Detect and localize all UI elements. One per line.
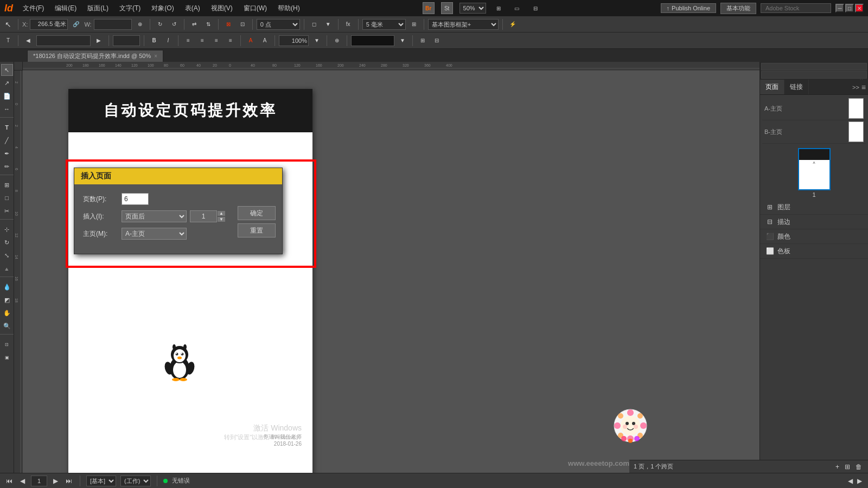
stroke-text-btn[interactable]: A bbox=[259, 35, 271, 47]
x-input[interactable] bbox=[30, 19, 68, 30]
spinner-down-button[interactable]: ▼ bbox=[217, 216, 226, 222]
flip-v-btn[interactable]: ⇅ bbox=[202, 18, 214, 30]
gap-tool-btn[interactable]: ↔ bbox=[1, 103, 13, 115]
view-options-button[interactable]: ⊞ bbox=[493, 2, 505, 14]
layers-panel-btn[interactable]: ⊞ 图层 bbox=[760, 200, 868, 215]
character-panel-tab[interactable]: 字符 bbox=[761, 63, 867, 70]
workspace-button[interactable]: 基本功能 bbox=[720, 3, 756, 14]
align-left-btn[interactable]: ≡ bbox=[182, 35, 194, 47]
align-center-btn[interactable]: ≡ bbox=[196, 35, 208, 47]
selection-tool-btn[interactable]: ↖ bbox=[1, 64, 13, 76]
spinner-up-button[interactable]: ▲ bbox=[217, 210, 226, 216]
scroll-right-btn[interactable]: ▶ bbox=[856, 477, 864, 485]
close-button[interactable]: ✕ bbox=[855, 4, 864, 12]
stroke-fill-btn[interactable]: ⊡ bbox=[1, 338, 13, 350]
mode-select[interactable]: (工作) bbox=[120, 476, 151, 486]
pencil-tool-btn[interactable]: ✏ bbox=[1, 160, 13, 172]
menu-help[interactable]: 帮助(H) bbox=[275, 3, 303, 14]
page-number-input[interactable] bbox=[190, 210, 217, 222]
menu-window[interactable]: 窗口(W) bbox=[240, 3, 270, 14]
effects-btn[interactable]: fx bbox=[342, 18, 354, 30]
links-tab[interactable]: 链接 bbox=[784, 80, 809, 94]
menu-view[interactable]: 视图(V) bbox=[208, 3, 236, 14]
menu-table[interactable]: 表(A) bbox=[182, 3, 203, 14]
shear-tool-btn[interactable]: ⟁ bbox=[1, 262, 13, 274]
hand-tool-btn[interactable]: ✋ bbox=[1, 307, 13, 319]
menu-file[interactable]: 文件(F) bbox=[20, 3, 47, 14]
lightning-btn[interactable]: ⚡ bbox=[507, 18, 519, 30]
zoom-select[interactable]: 50% bbox=[459, 3, 486, 14]
swatch-panel-btn[interactable]: ⬜ 色板 bbox=[760, 244, 868, 259]
screen-mode-button[interactable]: ▭ bbox=[511, 2, 523, 14]
insert-select[interactable]: 页面后 页面前 文档开始 文档结尾 bbox=[122, 210, 187, 222]
w-input[interactable] bbox=[94, 19, 132, 30]
justify-btn[interactable]: ≡ bbox=[225, 35, 237, 47]
next-page-btn[interactable]: ▶ bbox=[52, 477, 60, 485]
paragraph-panel-tab[interactable]: 段落 bbox=[761, 71, 867, 79]
color-fill-box[interactable] bbox=[351, 35, 394, 46]
minimize-button[interactable]: ─ bbox=[835, 4, 844, 12]
document-tab[interactable]: *180126 自动设定页码提升效率.indd @ 50% × bbox=[27, 50, 163, 62]
arrange-button[interactable]: ⊟ bbox=[529, 2, 541, 14]
prev-page-btn[interactable]: ◀ bbox=[18, 477, 27, 485]
extra-tools-btn[interactable]: ⊟ bbox=[431, 35, 443, 47]
master-select[interactable]: A-主页 B-主页 无 bbox=[122, 228, 187, 240]
last-page-btn[interactable]: ⏭ bbox=[64, 477, 74, 485]
base-select[interactable]: [基本] bbox=[86, 476, 116, 486]
first-page-btn[interactable]: ⏮ bbox=[4, 477, 14, 485]
transform-button[interactable]: ⊕ bbox=[134, 18, 146, 30]
direct-select-tool-btn[interactable]: ↗ bbox=[1, 77, 13, 89]
zoom-tool-btn[interactable]: 🔍 bbox=[1, 320, 13, 332]
rotate-cw-btn[interactable]: ↻ bbox=[154, 18, 166, 30]
stroke-color-btn[interactable]: ⊠ bbox=[222, 18, 234, 30]
page1-thumb[interactable]: A bbox=[798, 148, 831, 190]
menu-layout[interactable]: 版面(L) bbox=[84, 3, 112, 14]
font-prev-btn[interactable]: ◀ bbox=[22, 35, 34, 47]
fill-color-btn[interactable]: ⊡ bbox=[237, 18, 248, 30]
size-options-btn[interactable]: ⊞ bbox=[408, 18, 420, 30]
reset-button[interactable]: 重置 bbox=[238, 223, 276, 237]
scale-tool-btn[interactable]: ⤡ bbox=[1, 249, 13, 261]
maximize-button[interactable]: □ bbox=[845, 4, 854, 12]
new-page-btn[interactable]: + bbox=[834, 463, 841, 471]
pages-tab[interactable]: 页面 bbox=[760, 80, 784, 94]
canvas-area[interactable]: 200 180 160 140 120 100 80 60 40 20 0 40… bbox=[14, 62, 760, 473]
font-size-input[interactable] bbox=[113, 35, 140, 46]
tab-close-button[interactable]: × bbox=[154, 53, 157, 59]
menu-edit[interactable]: 编辑(E) bbox=[52, 3, 80, 14]
font-name-input[interactable] bbox=[36, 35, 91, 46]
stroke-panel-btn[interactable]: ⊟ 描边 bbox=[760, 215, 868, 229]
text-tool-btn[interactable]: T bbox=[1, 121, 13, 133]
color-options-btn[interactable]: ▼ bbox=[397, 35, 409, 47]
publish-online-button[interactable]: ↑ Publish Online bbox=[661, 3, 716, 13]
rect-frame-tool-btn[interactable]: ⊞ bbox=[1, 179, 13, 191]
text-tool-bar[interactable]: T bbox=[2, 35, 14, 47]
eyedrop-tool-btn[interactable]: 💧 bbox=[1, 281, 13, 293]
rect-tool-btn[interactable]: □ bbox=[1, 192, 13, 204]
panel-menu-btn[interactable]: ≡ bbox=[861, 83, 866, 92]
page-options-btn[interactable]: ⊞ bbox=[843, 463, 852, 471]
menu-object[interactable]: 对象(O) bbox=[148, 3, 177, 14]
selection-tool[interactable]: ↖ bbox=[2, 18, 14, 30]
font-next-btn[interactable]: ▶ bbox=[93, 35, 105, 47]
align-right-btn[interactable]: ≡ bbox=[210, 35, 222, 47]
pages-input[interactable] bbox=[122, 193, 149, 205]
line-tool-btn[interactable]: ╱ bbox=[1, 134, 13, 146]
italic-btn[interactable]: I bbox=[162, 35, 174, 47]
size-select[interactable]: 5 毫米 bbox=[362, 19, 406, 30]
stock-button[interactable]: St bbox=[441, 2, 453, 14]
color-panel-btn[interactable]: ⬛ 颜色 bbox=[760, 229, 868, 244]
corner-btn[interactable]: ◻ bbox=[308, 18, 320, 30]
pen-tool-btn[interactable]: ✒ bbox=[1, 147, 13, 159]
rotate-ccw-btn[interactable]: ↺ bbox=[168, 18, 180, 30]
page-tool-btn[interactable]: 📄 bbox=[1, 90, 13, 102]
rotate-tool-btn[interactable]: ↻ bbox=[1, 236, 13, 248]
char-options-btn[interactable]: ⊕ bbox=[331, 35, 343, 47]
style-select[interactable]: 基本图形框架+ bbox=[428, 19, 499, 30]
flip-h-btn[interactable]: ⇄ bbox=[188, 18, 200, 30]
current-page-input[interactable] bbox=[31, 476, 47, 486]
percent-options-btn[interactable]: ▼ bbox=[311, 35, 323, 47]
text-color-btn[interactable]: A bbox=[245, 35, 257, 47]
view-mode-btn[interactable]: ▣ bbox=[1, 351, 13, 363]
scissors-tool-btn[interactable]: ✂ bbox=[1, 205, 13, 217]
